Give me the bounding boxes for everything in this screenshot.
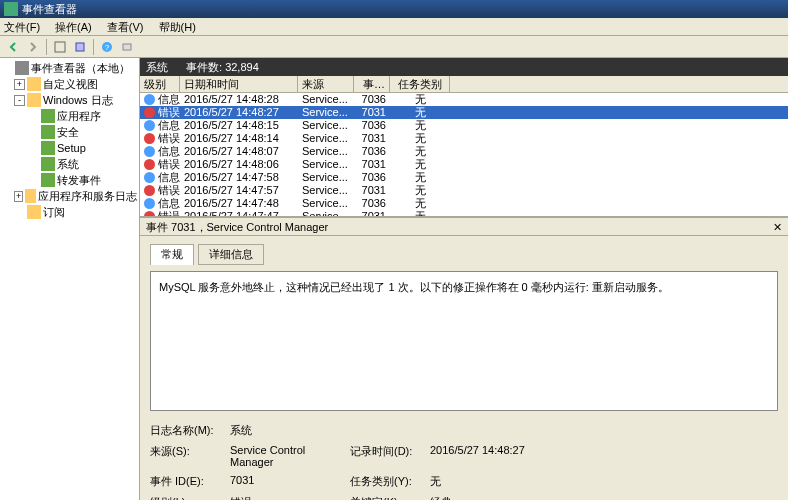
toolbar-icon-2[interactable] <box>71 38 89 56</box>
log-icon <box>41 109 55 123</box>
lbl-eventid: 事件 ID(E): <box>150 474 230 489</box>
val-logname: 系统 <box>230 423 350 438</box>
svg-rect-0 <box>55 42 65 52</box>
col-level[interactable]: 级别 <box>140 76 180 92</box>
menu-view[interactable]: 查看(V) <box>107 21 144 33</box>
lbl-taskcat: 任务类别(Y): <box>350 474 430 489</box>
list-header: 系统 事件数: 32,894 <box>140 58 788 76</box>
info-icon <box>144 146 155 157</box>
info-icon <box>144 172 155 183</box>
error-icon <box>144 133 155 144</box>
expand-icon[interactable]: + <box>14 191 23 202</box>
table-row[interactable]: 错误2016/5/27 14:48:06Service...7031无 <box>140 158 788 171</box>
tree-winlogs[interactable]: -Windows 日志 <box>0 92 139 108</box>
menu-action[interactable]: 操作(A) <box>55 21 92 33</box>
tree-security[interactable]: 安全 <box>0 124 139 140</box>
table-row[interactable]: 错误2016/5/27 14:48:27Service...7031无 <box>140 106 788 119</box>
svg-rect-4 <box>123 44 131 50</box>
val-eventid: 7031 <box>230 474 350 489</box>
tree-forwarded[interactable]: 转发事件 <box>0 172 139 188</box>
grid-body[interactable]: 信息2016/5/27 14:48:28Service...7036无错误201… <box>140 93 788 216</box>
detail-body: 常规 详细信息 MySQL 服务意外地终止，这种情况已经出现了 1 次。以下的修… <box>140 236 788 500</box>
detail-title: 事件 7031，Service Control Manager ✕ <box>140 218 788 236</box>
toolbar: ? <box>0 36 788 58</box>
tree[interactable]: 事件查看器（本地） +自定义视图 -Windows 日志 应用程序 安全 Set… <box>0 58 140 500</box>
main: 事件查看器（本地） +自定义视图 -Windows 日志 应用程序 安全 Set… <box>0 58 788 500</box>
tree-root[interactable]: 事件查看器（本地） <box>0 60 139 76</box>
folder-icon <box>27 93 41 107</box>
log-icon <box>41 141 55 155</box>
tree-setup[interactable]: Setup <box>0 140 139 156</box>
right-pane: 系统 事件数: 32,894 级别 日期和时间 来源 事… 任务类别 信息201… <box>140 58 788 500</box>
info-icon <box>144 120 155 131</box>
detail-pane: 事件 7031，Service Control Manager ✕ 常规 详细信… <box>140 216 788 500</box>
table-row[interactable]: 信息2016/5/27 14:48:15Service...7036无 <box>140 119 788 132</box>
tree-subs[interactable]: 订阅 <box>0 204 139 220</box>
toolbar-separator <box>46 39 47 55</box>
table-row[interactable]: 信息2016/5/27 14:48:07Service...7036无 <box>140 145 788 158</box>
val-level: 错误 <box>230 495 350 500</box>
log-icon <box>41 125 55 139</box>
toolbar-icon-3[interactable] <box>118 38 136 56</box>
folder-icon <box>27 77 41 91</box>
val-source: Service Control Manager <box>230 444 350 468</box>
col-source[interactable]: 来源 <box>298 76 354 92</box>
collapse-icon[interactable]: - <box>14 95 25 106</box>
help-button[interactable]: ? <box>98 38 116 56</box>
info-icon <box>144 94 155 105</box>
table-row[interactable]: 信息2016/5/27 14:47:58Service...7036无 <box>140 171 788 184</box>
lbl-source: 来源(S): <box>150 444 230 468</box>
tab-details[interactable]: 详细信息 <box>198 244 264 265</box>
error-icon <box>144 107 155 118</box>
lbl-logname: 日志名称(M): <box>150 423 230 438</box>
forward-button[interactable] <box>24 38 42 56</box>
lbl-logged: 记录时间(D): <box>350 444 430 468</box>
titlebar[interactable]: 事件查看器 <box>0 0 788 18</box>
folder-icon <box>27 205 41 219</box>
svg-rect-1 <box>76 43 84 51</box>
viewer-icon <box>15 61 29 75</box>
lbl-keywords: 关键字(K): <box>350 495 430 500</box>
col-datetime[interactable]: 日期和时间 <box>180 76 298 92</box>
table-row[interactable]: 错误2016/5/27 14:47:57Service...7031无 <box>140 184 788 197</box>
tree-appsvc[interactable]: +应用程序和服务日志 <box>0 188 139 204</box>
close-icon[interactable]: ✕ <box>773 218 782 235</box>
col-task[interactable]: 任务类别 <box>390 76 450 92</box>
log-icon <box>41 157 55 171</box>
menu-help[interactable]: 帮助(H) <box>159 21 196 33</box>
log-icon <box>41 173 55 187</box>
table-row[interactable]: 信息2016/5/27 14:48:28Service...7036无 <box>140 93 788 106</box>
error-icon <box>144 185 155 196</box>
val-keywords: 经典 <box>430 495 570 500</box>
list-title: 系统 <box>146 58 168 76</box>
properties: 日志名称(M): 系统 来源(S): Service Control Manag… <box>150 423 778 500</box>
tree-system[interactable]: 系统 <box>0 156 139 172</box>
expand-icon[interactable]: + <box>14 79 25 90</box>
event-grid[interactable]: 级别 日期和时间 来源 事… 任务类别 信息2016/5/27 14:48:28… <box>140 76 788 216</box>
error-icon <box>144 159 155 170</box>
table-row[interactable]: 错误2016/5/27 14:48:14Service...7031无 <box>140 132 788 145</box>
table-row[interactable]: 信息2016/5/27 14:47:48Service...7036无 <box>140 197 788 210</box>
lbl-level: 级别(L): <box>150 495 230 500</box>
grid-head: 级别 日期和时间 来源 事… 任务类别 <box>140 76 788 93</box>
col-id[interactable]: 事… <box>354 76 390 92</box>
back-button[interactable] <box>4 38 22 56</box>
app-icon <box>4 2 18 16</box>
folder-icon <box>25 189 36 203</box>
tabs: 常规 详细信息 <box>150 244 778 265</box>
tree-custom[interactable]: +自定义视图 <box>0 76 139 92</box>
svg-text:?: ? <box>105 43 110 52</box>
toolbar-separator <box>93 39 94 55</box>
val-logged: 2016/5/27 14:48:27 <box>430 444 570 468</box>
toolbar-icon-1[interactable] <box>51 38 69 56</box>
menu-file[interactable]: 文件(F) <box>4 21 40 33</box>
tree-app[interactable]: 应用程序 <box>0 108 139 124</box>
menubar: 文件(F) 操作(A) 查看(V) 帮助(H) <box>0 18 788 36</box>
window-title: 事件查看器 <box>22 0 77 18</box>
val-taskcat: 无 <box>430 474 570 489</box>
message-box[interactable]: MySQL 服务意外地终止，这种情况已经出现了 1 次。以下的修正操作将在 0 … <box>150 271 778 411</box>
info-icon <box>144 198 155 209</box>
tab-general[interactable]: 常规 <box>150 244 194 265</box>
